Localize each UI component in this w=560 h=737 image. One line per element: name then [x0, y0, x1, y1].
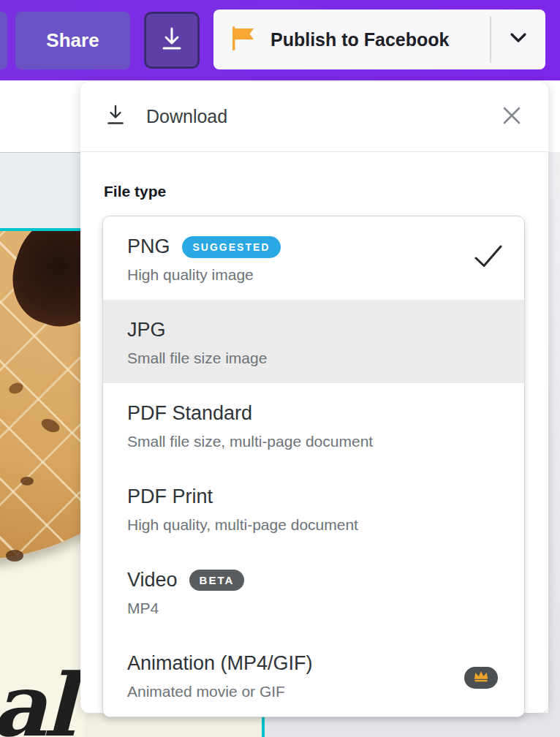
editor-top-bar: Share Publish to Facebook [0, 0, 560, 80]
download-panel-header: Download [80, 82, 548, 152]
download-panel: Download File type PNG SUGGESTED High qu… [80, 82, 548, 713]
option-name: PDF Standard [127, 402, 252, 425]
option-description: MP4 [127, 600, 524, 617]
file-type-option-pdf-standard[interactable]: PDF Standard Small file size, multi-page… [103, 383, 524, 466]
download-toolbar-button[interactable] [144, 12, 200, 69]
checkmark-icon [472, 241, 505, 273]
share-button[interactable]: Share [15, 12, 130, 69]
file-type-option-animation[interactable]: Animation (MP4/GIF) Animated movie or GI… [103, 633, 524, 717]
file-type-option-jpg[interactable]: JPG Small file size image [103, 300, 524, 383]
premium-badge [464, 667, 498, 689]
chevron-down-icon[interactable] [507, 30, 529, 49]
cookie-spot [6, 550, 23, 562]
option-name: Animation (MP4/GIF) [127, 652, 313, 675]
option-name: PDF Print [127, 485, 213, 508]
file-type-label: File type [104, 183, 548, 200]
cookie-spot [20, 477, 34, 485]
option-description: High quality image [127, 266, 524, 284]
publish-to-facebook-button[interactable]: Publish to Facebook [213, 10, 545, 69]
option-description: Animated movie or GIF [127, 683, 524, 700]
file-type-option-pdf-print[interactable]: PDF Print High quality, multi-page docum… [103, 466, 524, 550]
publish-button-label: Publish to Facebook [270, 29, 449, 50]
download-icon [158, 25, 186, 56]
file-type-listbox: PNG SUGGESTED High quality image JPG Sma… [102, 216, 525, 717]
option-name: Video [127, 569, 178, 592]
file-type-option-png[interactable]: PNG SUGGESTED High quality image [103, 216, 524, 300]
option-name: PNG [127, 235, 170, 258]
canva-editor-screen: al Share Publish to Facebook [0, 0, 560, 737]
workspace-right-strip [548, 152, 560, 737]
panel-title: Download [146, 106, 227, 127]
option-description: High quality, multi-page document [127, 516, 524, 534]
flag-icon [228, 22, 257, 57]
publish-button-divider [490, 16, 491, 63]
option-name: JPG [127, 319, 166, 341]
crown-icon [472, 670, 490, 686]
canvas-script-text: al [0, 654, 71, 737]
option-description: Small file size, multi-page document [127, 433, 524, 450]
partial-toolbar-button[interactable] [0, 12, 7, 69]
beta-badge: BETA [189, 570, 245, 591]
design-canvas[interactable]: al [0, 231, 85, 737]
suggested-badge: SUGGESTED [182, 236, 281, 258]
file-type-option-video[interactable]: Video BETA MP4 [103, 550, 524, 633]
download-icon [104, 104, 127, 130]
close-button[interactable] [500, 105, 523, 129]
share-button-label: Share [46, 29, 99, 52]
option-description: Small file size image [127, 349, 524, 367]
close-icon [501, 105, 523, 129]
